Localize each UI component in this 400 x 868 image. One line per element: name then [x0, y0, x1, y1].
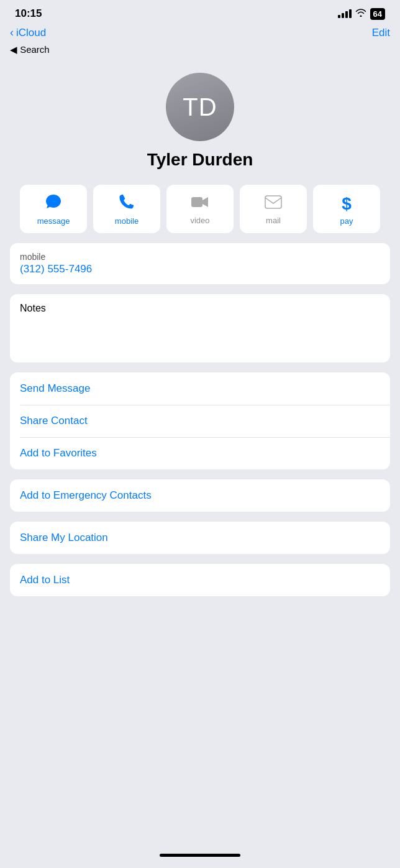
mobile-action-button[interactable]: mobile: [93, 185, 160, 233]
video-action-button[interactable]: video: [166, 185, 234, 233]
phone-card: mobile (312) 555-7496: [10, 243, 390, 284]
video-icon: [191, 194, 209, 213]
actions-list-1: Send Message Share Contact Add to Favori…: [10, 372, 390, 469]
pay-label: pay: [340, 216, 353, 226]
message-label: message: [37, 216, 70, 226]
add-list-item[interactable]: Add to List: [10, 564, 390, 596]
actions-list-2: Add to Emergency Contacts: [10, 479, 390, 512]
nav-bar: ‹ iCloud Edit: [0, 24, 400, 44]
mobile-label: mobile: [115, 216, 139, 226]
mail-label: mail: [266, 216, 281, 225]
avatar: TD: [166, 73, 234, 141]
send-message-item[interactable]: Send Message: [10, 372, 390, 405]
home-indicator: [160, 854, 240, 857]
back-button[interactable]: ‹ iCloud: [10, 26, 46, 39]
add-favorites-item[interactable]: Add to Favorites: [10, 437, 390, 469]
share-contact-item[interactable]: Share Contact: [10, 405, 390, 437]
actions-list-3: Share My Location: [10, 522, 390, 554]
pay-icon: $: [342, 194, 352, 214]
notes-card: Notes: [10, 294, 390, 362]
back-label: iCloud: [16, 27, 46, 39]
status-bar: 10:15 64: [0, 0, 400, 24]
back-chevron-icon: ‹: [10, 26, 14, 39]
notes-label: Notes: [20, 303, 380, 314]
contact-name: Tyler Durden: [147, 150, 253, 170]
contact-header: TD Tyler Durden: [0, 60, 400, 185]
search-back-label: ◀ Search: [10, 44, 50, 55]
actions-list-4: Add to List: [10, 564, 390, 596]
wifi-icon: [355, 8, 366, 19]
status-icons: 64: [338, 8, 385, 20]
phone-icon: [119, 193, 135, 214]
share-location-item[interactable]: Share My Location: [10, 522, 390, 554]
pay-action-button[interactable]: $ pay: [313, 185, 380, 233]
video-label: video: [190, 216, 209, 225]
status-time: 10:15: [15, 7, 42, 20]
avatar-initials: TD: [183, 93, 217, 121]
svg-rect-1: [265, 196, 281, 208]
phone-number[interactable]: (312) 555-7496: [20, 263, 380, 275]
add-emergency-item[interactable]: Add to Emergency Contacts: [10, 479, 390, 512]
battery-indicator: 64: [370, 8, 385, 20]
message-icon: [45, 193, 62, 214]
edit-button[interactable]: Edit: [372, 27, 390, 39]
action-buttons-row: message mobile video mail $: [0, 185, 400, 243]
message-action-button[interactable]: message: [20, 185, 87, 233]
mail-action-button[interactable]: mail: [240, 185, 307, 233]
phone-label: mobile: [20, 252, 380, 262]
signal-bars-icon: [338, 9, 352, 18]
mail-icon: [265, 194, 282, 213]
svg-rect-0: [191, 197, 202, 207]
search-back-row: ◀ Search: [0, 44, 400, 60]
